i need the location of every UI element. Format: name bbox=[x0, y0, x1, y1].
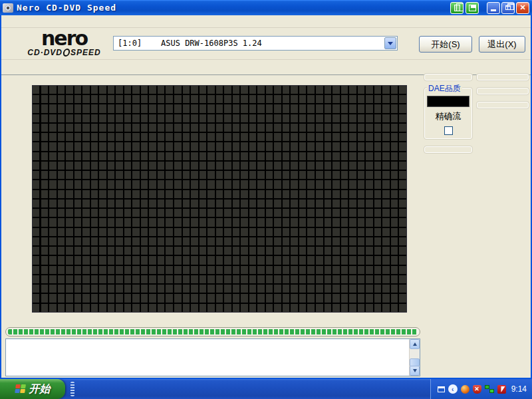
disc-panel bbox=[424, 146, 473, 154]
logo-brand-text: nero bbox=[16, 29, 112, 48]
exit-button[interactable]: 退出(X) bbox=[479, 36, 525, 53]
copy-button[interactable] bbox=[450, 2, 464, 14]
dae-quality-panel: DAE品质 精确流 bbox=[424, 87, 473, 140]
logo-product-left: CD·DVD bbox=[27, 48, 63, 57]
drive-select-combobox[interactable]: [1:0] ASUS DRW-1608P3S 1.24 bbox=[113, 36, 398, 51]
toolbar: nero CD·DVDSPEED [1:0] ASUS DRW-1608P3S … bbox=[1, 28, 531, 60]
scrollbar-thumb[interactable] bbox=[410, 358, 420, 366]
restore-button[interactable] bbox=[501, 2, 515, 14]
minimize-button[interactable] bbox=[487, 2, 500, 14]
start-menu-button[interactable]: 开始 bbox=[0, 379, 65, 399]
benchmark-chart-plot bbox=[32, 85, 407, 313]
scroll-down-icon bbox=[413, 369, 417, 372]
speed-flame-icon bbox=[63, 49, 71, 57]
scroll-up-button[interactable] bbox=[410, 339, 420, 349]
dae-quality-lcd bbox=[427, 96, 469, 107]
quicklaunch-handle[interactable] bbox=[70, 382, 74, 396]
start-test-button[interactable]: 开始(S) bbox=[419, 36, 472, 53]
restore-icon bbox=[505, 5, 511, 10]
drive-select-value: [1:0] ASUS DRW-1608P3S 1.24 bbox=[114, 39, 384, 48]
tray-network-icon[interactable] bbox=[485, 385, 494, 393]
combo-dropdown-button[interactable] bbox=[384, 37, 396, 49]
scroll-up-icon bbox=[413, 342, 417, 346]
interface-panel bbox=[476, 101, 529, 109]
nero-logo: nero CD·DVDSPEED bbox=[16, 29, 112, 57]
chevron-down-icon bbox=[388, 42, 393, 45]
dae-panel-title: DAE品质 bbox=[427, 85, 462, 92]
tray-security-shield-icon[interactable]: ✕ bbox=[473, 385, 481, 394]
panel-column-left: DAE品质 精确流 bbox=[424, 73, 473, 154]
scrollbar-track[interactable] bbox=[410, 349, 420, 366]
start-button-label: 开始 bbox=[29, 382, 51, 396]
window-border-left bbox=[0, 15, 1, 379]
windows-logo-icon bbox=[15, 384, 27, 394]
save-icon bbox=[469, 5, 476, 11]
close-button[interactable]: ✕ bbox=[516, 2, 529, 14]
minimize-icon bbox=[491, 9, 496, 11]
accurate-stream-label: 精确流 bbox=[436, 110, 462, 122]
tray-desktop-icon[interactable] bbox=[438, 386, 445, 392]
progress-bar-fill bbox=[8, 329, 418, 334]
taskbar: 开始 ‹ ✕ 9:14 bbox=[0, 379, 532, 399]
panel-column-right bbox=[476, 73, 529, 109]
cpu-usage-panel bbox=[476, 87, 529, 95]
log-lines bbox=[6, 339, 409, 376]
save-button[interactable] bbox=[466, 2, 479, 14]
tray-collapse-chevron-icon[interactable]: ‹ bbox=[448, 384, 458, 394]
nero-app-window: Nero CD-DVD Speed ✕ nero CD·DVDSPEED [1:… bbox=[0, 0, 532, 379]
seek-time-panel bbox=[476, 73, 529, 81]
log-box bbox=[5, 338, 420, 376]
app-icon bbox=[3, 3, 13, 13]
speed-panel bbox=[424, 73, 473, 81]
tray-orange-app-icon[interactable] bbox=[461, 385, 469, 394]
progress-bar bbox=[5, 327, 420, 336]
copy-icon bbox=[454, 5, 460, 11]
tray-power-icon[interactable] bbox=[497, 385, 506, 394]
scroll-down-button[interactable] bbox=[410, 366, 420, 376]
accurate-stream-checkbox[interactable] bbox=[444, 126, 453, 135]
log-scrollbar[interactable] bbox=[409, 339, 420, 376]
taskbar-clock: 9:14 bbox=[511, 384, 527, 394]
system-tray: ‹ ✕ 9:14 bbox=[430, 379, 532, 399]
logo-product-right: SPEED bbox=[70, 48, 101, 57]
titlebar: Nero CD-DVD Speed ✕ bbox=[0, 0, 532, 15]
window-border-bottom bbox=[0, 378, 532, 379]
chart-svg bbox=[33, 86, 406, 312]
window-title: Nero CD-DVD Speed bbox=[17, 3, 116, 13]
